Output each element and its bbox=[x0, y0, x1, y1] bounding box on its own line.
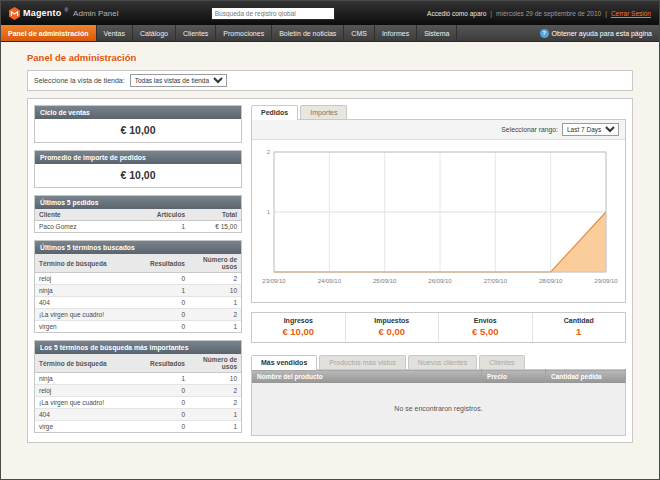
column-header: Cliente bbox=[35, 209, 145, 221]
table-cell: virgen bbox=[35, 321, 145, 333]
nav-item[interactable]: Panel de administración bbox=[1, 25, 97, 41]
table-cell: 1 bbox=[189, 409, 241, 421]
grid-column-header: Cantidad pedida bbox=[546, 370, 626, 384]
table-row[interactable]: 40401 bbox=[35, 409, 241, 421]
svg-text:25/09/10: 25/09/10 bbox=[373, 278, 397, 284]
dashboard-right-column: PedidosImportes Seleccionar rango: Last … bbox=[251, 105, 626, 436]
svg-text:23/09/10: 23/09/10 bbox=[262, 278, 286, 284]
svg-text:26/09/10: 26/09/10 bbox=[428, 278, 452, 284]
table-row[interactable]: reloj02 bbox=[35, 273, 241, 285]
orders-chart: 23/09/1024/09/1025/09/1026/09/1027/09/10… bbox=[254, 144, 623, 302]
column-header: Resultados bbox=[145, 354, 189, 373]
logo-registered-mark: ® bbox=[64, 7, 68, 13]
table-row[interactable]: ninja110 bbox=[35, 285, 241, 297]
top-header-bar: Magento ® Admin Panel Accedió como aparo… bbox=[1, 1, 659, 25]
table-cell: 1 bbox=[189, 321, 241, 333]
table-row[interactable]: 40401 bbox=[35, 297, 241, 309]
logo-brand-text: Magento bbox=[23, 8, 61, 18]
top-search-table: Término de búsquedaResultadosNúmero de u… bbox=[35, 354, 241, 432]
nav-item[interactable]: Boletín de noticias bbox=[272, 25, 344, 41]
separator: | bbox=[605, 10, 607, 17]
card-title: Últimos 5 pedidos bbox=[35, 196, 241, 209]
table-row[interactable]: ¡La virgen que cuadro!02 bbox=[35, 397, 241, 409]
dashboard-total: Envíos€ 5,00 bbox=[438, 313, 532, 342]
lifetime-sales-value: € 10,00 bbox=[35, 119, 241, 142]
last-orders-table: ClienteArtículosTotalPaco Gomez1€ 15,00 bbox=[35, 209, 241, 232]
nav-item[interactable]: Catálogo bbox=[133, 25, 176, 41]
help-link[interactable]: ? Obtener ayuda para esta página bbox=[540, 25, 659, 41]
report-tabs: Más vendidosProductos más vistosNuevos c… bbox=[251, 355, 626, 369]
table-cell: 1 bbox=[189, 421, 241, 433]
report-tab: Productos más vistos bbox=[319, 355, 406, 369]
nav-item[interactable]: Promociones bbox=[216, 25, 272, 41]
table-cell: reloj bbox=[35, 385, 145, 397]
table-header-row: ClienteArtículosTotal bbox=[35, 209, 241, 221]
help-label: Obtener ayuda para esta página bbox=[552, 30, 652, 37]
svg-text:2: 2 bbox=[267, 149, 271, 155]
chart-tab[interactable]: Importes bbox=[300, 105, 347, 119]
chart-toolbar: Seleccionar rango: Last 7 Days bbox=[252, 120, 625, 140]
table-cell: 1 bbox=[189, 297, 241, 309]
total-value: € 0,00 bbox=[346, 326, 439, 337]
total-label: Ingresos bbox=[252, 317, 345, 324]
empty-grid-message: No se encontraron registros. bbox=[252, 383, 626, 435]
table-row[interactable]: ¡La virgen que cuadro!02 bbox=[35, 309, 241, 321]
range-select[interactable]: Last 7 Days bbox=[562, 123, 619, 136]
total-label: Cantidad bbox=[533, 317, 626, 324]
table-row[interactable]: virge01 bbox=[35, 421, 241, 433]
dashboard-left-column: Ciclo de ventas € 10,00 Promedio de impo… bbox=[34, 105, 242, 433]
nav-items: Panel de administraciónVentasCatálogoCli… bbox=[1, 25, 457, 41]
card-title: Últimos 5 términos buscados bbox=[35, 241, 241, 254]
grid-column-header: Precio bbox=[482, 370, 546, 384]
help-icon: ? bbox=[540, 29, 549, 38]
total-value: 1 bbox=[533, 326, 626, 337]
table-row[interactable]: ninja110 bbox=[35, 373, 241, 385]
chart-tab[interactable]: Pedidos bbox=[251, 105, 298, 120]
table-header-row: Término de búsquedaResultadosNúmero de u… bbox=[35, 254, 241, 273]
nav-item[interactable]: Clientes bbox=[176, 25, 216, 41]
orders-chart-area: 23/09/1024/09/1025/09/1026/09/1027/09/10… bbox=[252, 140, 625, 302]
products-grid: Nombre del productoPrecioCantidad pedida… bbox=[251, 369, 626, 436]
card-title: Ciclo de ventas bbox=[35, 106, 241, 119]
total-value: € 10,00 bbox=[252, 326, 345, 337]
table-cell: 0 bbox=[145, 397, 189, 409]
table-cell: ninja bbox=[35, 373, 145, 385]
totals-bar: Ingresos€ 10,00Impuestos€ 0,00Envíos€ 5,… bbox=[251, 312, 626, 343]
report-tab: Nuevos clientes bbox=[408, 355, 477, 369]
table-cell: ¡La virgen que cuadro! bbox=[35, 309, 145, 321]
separator: | bbox=[490, 10, 492, 17]
column-header: Término de búsqueda bbox=[35, 254, 145, 273]
table-cell: ¡La virgen que cuadro! bbox=[35, 397, 145, 409]
column-header: Resultados bbox=[145, 254, 189, 273]
table-cell: 0 bbox=[145, 309, 189, 321]
magento-admin-window: Magento ® Admin Panel Accedió como aparo… bbox=[0, 0, 660, 480]
account-info: Accedió como aparo | miércoles 29 de sep… bbox=[427, 10, 651, 17]
range-label: Seleccionar rango: bbox=[501, 126, 558, 133]
chart-tabs: PedidosImportes bbox=[251, 105, 626, 119]
magento-logo[interactable]: Magento ® Admin Panel bbox=[9, 7, 118, 20]
table-cell: ninja bbox=[35, 285, 145, 297]
store-view-label: Seleccione la vista de tienda: bbox=[34, 77, 125, 84]
report-tab: Clientes bbox=[479, 355, 524, 369]
magento-logo-icon bbox=[9, 7, 20, 20]
nav-item[interactable]: CMS bbox=[344, 25, 375, 41]
main-navigation: Panel de administraciónVentasCatálogoCli… bbox=[1, 25, 659, 42]
svg-text:28/09/10: 28/09/10 bbox=[539, 278, 563, 284]
table-row[interactable]: Paco Gomez1€ 15,00 bbox=[35, 221, 241, 233]
average-orders-value: € 10,00 bbox=[35, 164, 241, 187]
nav-item[interactable]: Informes bbox=[375, 25, 417, 41]
global-search-input[interactable] bbox=[211, 7, 335, 20]
dashboard-total: Ingresos€ 10,00 bbox=[252, 313, 345, 342]
table-row[interactable]: virgen01 bbox=[35, 321, 241, 333]
nav-item[interactable]: Sistema bbox=[417, 25, 457, 41]
table-cell: 2 bbox=[189, 397, 241, 409]
logout-link[interactable]: Cerrar Sesión bbox=[611, 10, 651, 17]
store-view-select[interactable]: Todas las vistas de tienda bbox=[130, 74, 227, 87]
table-cell: 1 bbox=[145, 285, 189, 297]
table-row[interactable]: reloj02 bbox=[35, 385, 241, 397]
report-tab[interactable]: Más vendidos bbox=[251, 355, 317, 370]
dashboard-total: Cantidad1 bbox=[532, 313, 626, 342]
nav-item[interactable]: Ventas bbox=[97, 25, 133, 41]
table-cell: 1 bbox=[145, 221, 189, 233]
table-cell: 2 bbox=[189, 273, 241, 285]
